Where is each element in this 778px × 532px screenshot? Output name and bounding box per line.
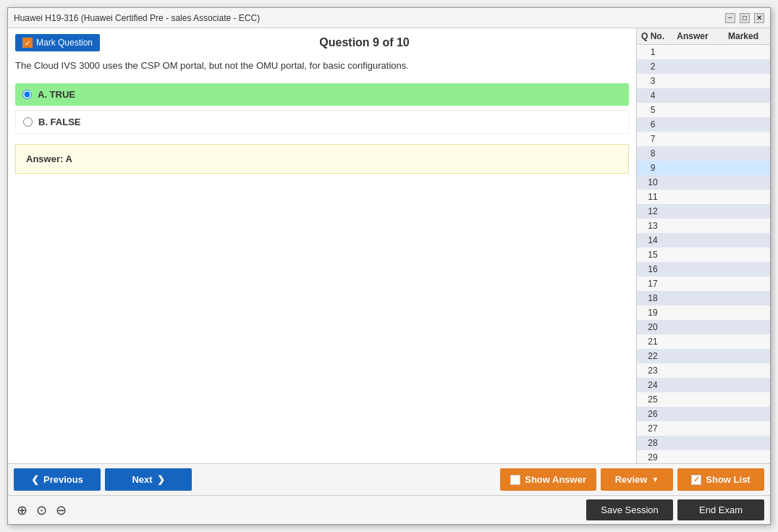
table-row[interactable]: 29 <box>637 450 770 463</box>
window-title: Huawei H19-316 (Huawei Certified Pre - s… <box>14 13 260 23</box>
option-b-radio[interactable] <box>23 117 33 127</box>
show-answer-checkbox-icon <box>510 475 520 485</box>
table-row[interactable]: 28 <box>637 436 770 450</box>
mark-question-button[interactable]: ✓ Mark Question <box>15 34 100 51</box>
answer-box: Answer: A <box>15 144 629 174</box>
table-row[interactable]: 5 <box>637 103 770 117</box>
table-row[interactable]: 9 <box>637 161 770 175</box>
col-answer: Answer <box>667 31 718 41</box>
question-text: The Cloud IVS 3000 uses the CSP OM porta… <box>15 59 629 73</box>
maximize-button[interactable]: □ <box>740 13 750 23</box>
option-a[interactable]: A. TRUE <box>15 83 629 106</box>
table-row[interactable]: 27 <box>637 421 770 436</box>
table-row[interactable]: 14 <box>637 233 770 248</box>
previous-icon <box>31 474 39 485</box>
show-list-button[interactable]: ✓ Show List <box>677 468 764 491</box>
header-row: ✓ Mark Question Question 9 of 10 <box>15 34 629 51</box>
table-row[interactable]: 22 <box>637 349 770 363</box>
bottom-bar: Previous Next Show Answer Review ▼ ✓ Sho… <box>8 463 770 495</box>
next-icon <box>157 474 165 485</box>
table-row[interactable]: 25 <box>637 392 770 407</box>
table-row[interactable]: 21 <box>637 334 770 349</box>
left-panel: ✓ Mark Question Question 9 of 10 The Clo… <box>8 28 636 463</box>
table-row[interactable]: 1 <box>637 45 770 59</box>
option-a-radio[interactable] <box>22 90 32 99</box>
zoom-normal-button[interactable]: ⊙ <box>33 501 50 520</box>
main-window: Huawei H19-316 (Huawei Certified Pre - s… <box>7 7 771 525</box>
close-button[interactable]: ✕ <box>754 13 764 23</box>
title-bar: Huawei H19-316 (Huawei Certified Pre - s… <box>8 8 770 28</box>
show-list-checkbox-icon: ✓ <box>691 475 701 485</box>
table-row[interactable]: 7 <box>637 132 770 146</box>
table-row[interactable]: 4 <box>637 88 770 103</box>
answer-text: Answer: A <box>26 153 72 164</box>
table-row[interactable]: 20 <box>637 320 770 334</box>
end-exam-button[interactable]: End Exam <box>677 499 764 520</box>
table-row[interactable]: 24 <box>637 378 770 392</box>
table-row[interactable]: 6 <box>637 117 770 132</box>
show-answer-label: Show Answer <box>525 474 586 485</box>
col-qno: Q No. <box>638 31 667 41</box>
next-button[interactable]: Next <box>105 468 192 491</box>
right-panel-header: Q No. Answer Marked <box>637 28 770 45</box>
minimize-button[interactable]: − <box>725 13 735 23</box>
review-dropdown-icon: ▼ <box>651 476 659 484</box>
bottom-bar2: ⊕ ⊙ ⊖ Save Session End Exam <box>8 495 770 524</box>
show-list-label: Show List <box>706 474 750 485</box>
content-area: ✓ Mark Question Question 9 of 10 The Clo… <box>8 28 770 463</box>
zoom-in-button[interactable]: ⊕ <box>14 501 30 520</box>
table-row[interactable]: 12 <box>637 204 770 219</box>
save-session-button[interactable]: Save Session <box>586 499 673 520</box>
window-controls: − □ ✕ <box>725 13 764 23</box>
question-list[interactable]: 1234567891011121314151617181920212223242… <box>637 45 770 463</box>
table-row[interactable]: 8 <box>637 146 770 161</box>
table-row[interactable]: 18 <box>637 291 770 305</box>
col-marked: Marked <box>718 31 769 41</box>
option-b[interactable]: B. FALSE <box>15 110 629 134</box>
zoom-out-button[interactable]: ⊖ <box>53 501 69 520</box>
table-row[interactable]: 17 <box>637 276 770 291</box>
table-row[interactable]: 10 <box>637 175 770 190</box>
review-label: Review <box>615 474 648 485</box>
table-row[interactable]: 13 <box>637 219 770 233</box>
table-row[interactable]: 3 <box>637 74 770 88</box>
table-row[interactable]: 26 <box>637 407 770 421</box>
question-title: Question 9 of 10 <box>100 36 629 49</box>
table-row[interactable]: 23 <box>637 363 770 378</box>
show-answer-button[interactable]: Show Answer <box>500 468 596 491</box>
table-row[interactable]: 11 <box>637 190 770 204</box>
save-end-buttons: Save Session End Exam <box>586 499 764 520</box>
right-panel: Q No. Answer Marked 12345678910111213141… <box>636 28 770 463</box>
previous-button[interactable]: Previous <box>14 468 101 491</box>
mark-checkbox-icon: ✓ <box>22 38 33 48</box>
mark-question-label: Mark Question <box>36 38 93 48</box>
option-a-label: A. TRUE <box>38 89 75 100</box>
next-label: Next <box>132 474 152 485</box>
review-button[interactable]: Review ▼ <box>601 468 673 491</box>
previous-label: Previous <box>43 474 83 485</box>
option-b-label: B. FALSE <box>38 117 81 127</box>
zoom-controls: ⊕ ⊙ ⊖ <box>14 501 69 520</box>
table-row[interactable]: 2 <box>637 59 770 74</box>
table-row[interactable]: 19 <box>637 305 770 320</box>
table-row[interactable]: 16 <box>637 262 770 276</box>
table-row[interactable]: 15 <box>637 248 770 262</box>
